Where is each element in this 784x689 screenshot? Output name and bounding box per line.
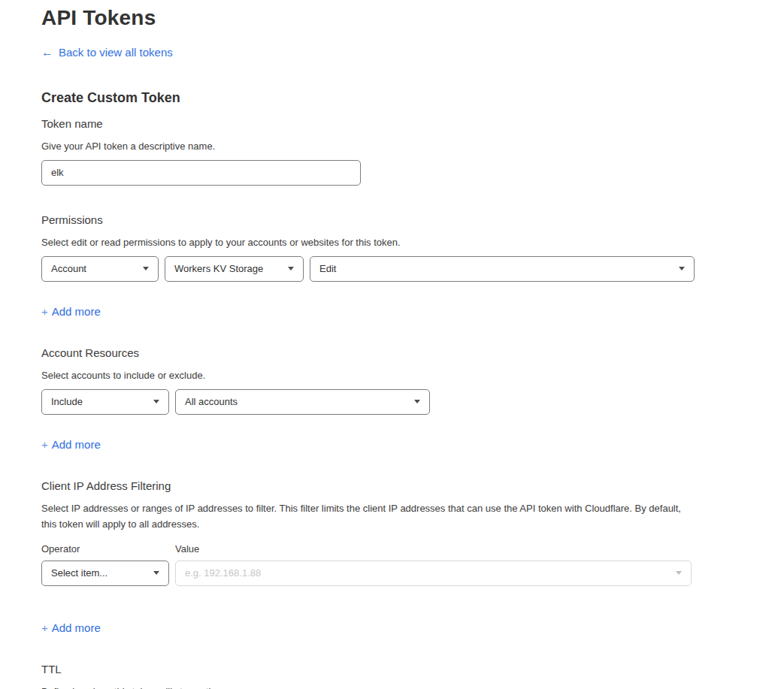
token-name-input[interactable]	[41, 160, 361, 186]
permissions-description: Select edit or read permissions to apply…	[41, 234, 784, 250]
ip-value-input[interactable]	[185, 567, 670, 579]
ip-operator-select[interactable]: Select item...	[41, 561, 169, 586]
add-more-account-resources-link[interactable]: + Add more	[41, 438, 101, 451]
resource-mode-value: Include	[51, 396, 83, 407]
form-heading: Create Custom Token	[41, 90, 784, 105]
api-tokens-page: API Tokens ← Back to view all tokens Cre…	[0, 0, 784, 689]
chevron-down-icon	[143, 267, 149, 270]
chevron-down-icon	[153, 400, 159, 403]
account-resources-section: Account Resources Select accounts to inc…	[41, 346, 784, 452]
account-resources-label: Account Resources	[41, 346, 784, 359]
chevron-down-icon	[676, 571, 682, 575]
permission-access-value: Edit	[319, 263, 336, 274]
permission-scope-select[interactable]: Account	[41, 256, 159, 282]
back-link[interactable]: ← Back to view all tokens	[41, 46, 173, 59]
token-name-label: Token name	[41, 117, 784, 130]
permission-category-select[interactable]: Workers KV Storage	[165, 256, 304, 282]
ttl-label: TTL	[41, 663, 784, 675]
token-name-description: Give your API token a descriptive name.	[41, 138, 784, 154]
chevron-down-icon	[288, 267, 294, 270]
ttl-section: TTL Define how long this token will stay…	[41, 663, 784, 689]
add-more-ip-filter-link[interactable]: + Add more	[41, 621, 101, 634]
back-arrow-icon: ←	[41, 47, 53, 59]
chevron-down-icon	[414, 400, 420, 403]
resource-mode-select[interactable]: Include	[41, 389, 169, 415]
resource-target-value: All accounts	[185, 396, 238, 407]
page-title: API Tokens	[41, 6, 784, 30]
plus-icon: +	[41, 438, 48, 451]
add-more-label: Add more	[52, 621, 101, 634]
ip-operator-value: Select item...	[51, 567, 107, 579]
back-link-label: Back to view all tokens	[59, 46, 173, 59]
add-more-permissions-link[interactable]: + Add more	[41, 305, 101, 318]
add-more-label: Add more	[52, 438, 101, 451]
ip-filtering-label: Client IP Address Filtering	[41, 479, 784, 492]
chevron-down-icon	[679, 267, 685, 270]
add-more-label: Add more	[52, 305, 101, 318]
operator-column-label: Operator	[41, 543, 175, 555]
ip-value-combobox[interactable]	[175, 561, 692, 586]
permission-scope-value: Account	[51, 263, 86, 274]
permission-category-value: Workers KV Storage	[174, 263, 263, 274]
resource-target-select[interactable]: All accounts	[175, 389, 430, 415]
token-name-section: Token name Give your API token a descrip…	[41, 117, 784, 186]
plus-icon: +	[41, 621, 48, 634]
ip-filtering-section: Client IP Address Filtering Select IP ad…	[41, 479, 784, 635]
ip-filtering-description: Select IP addresses or ranges of IP addr…	[41, 500, 684, 532]
value-column-label: Value	[175, 543, 199, 555]
plus-icon: +	[41, 305, 48, 318]
permissions-section: Permissions Select edit or read permissi…	[41, 213, 784, 319]
chevron-down-icon	[153, 571, 159, 575]
account-resources-description: Select accounts to include or exclude.	[41, 367, 784, 383]
permission-access-select[interactable]: Edit	[310, 256, 695, 282]
permissions-label: Permissions	[41, 213, 784, 226]
ttl-description: Define how long this token will stay act…	[41, 684, 784, 689]
